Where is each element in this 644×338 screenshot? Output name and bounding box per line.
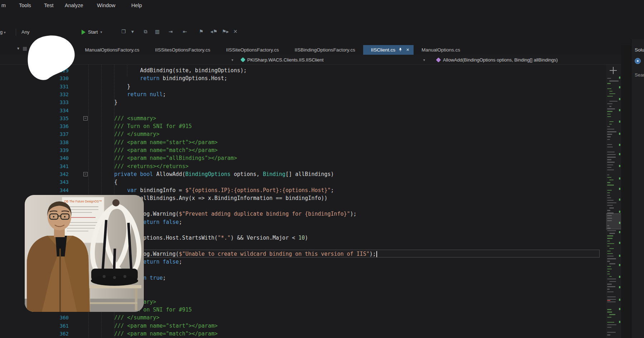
line-number[interactable]: 361 bbox=[47, 322, 69, 330]
start-debug-button[interactable]: Start ▾ bbox=[79, 28, 104, 36]
bookmark-icon[interactable]: ⚑ bbox=[199, 29, 204, 34]
line-number[interactable]: 333 bbox=[47, 98, 69, 106]
minimap-line bbox=[607, 241, 610, 241]
line-number[interactable]: 337 bbox=[47, 130, 69, 138]
minimap-line bbox=[609, 124, 612, 124]
line-number[interactable]: 335 bbox=[47, 114, 69, 122]
change-indicator bbox=[619, 242, 620, 244]
change-indicator bbox=[619, 264, 620, 266]
bookmark-next-icon[interactable]: ⚑▸ bbox=[222, 29, 229, 34]
type-name: PKISharp.WACS.Clients.IIS.IISClient bbox=[247, 57, 323, 63]
outdent-icon[interactable]: ⇤ bbox=[183, 29, 187, 34]
minimap-line bbox=[607, 289, 610, 289]
project-dropdown[interactable]: wacs ▾ bbox=[52, 56, 235, 64]
search-box-fragment[interactable]: Sear bbox=[635, 72, 644, 78]
code-line: /// <param name="match"></param> bbox=[88, 146, 218, 154]
minimap-line bbox=[607, 190, 612, 191]
class-icon bbox=[240, 57, 245, 62]
change-indicator bbox=[619, 276, 620, 278]
chevron-down-icon: ▾ bbox=[231, 58, 233, 62]
line-number[interactable]: 343 bbox=[47, 178, 69, 186]
panel-icon[interactable] bbox=[635, 58, 641, 64]
code-line: var bindingInfo = $"{options.IP}:{option… bbox=[88, 186, 334, 194]
tab-iisbindingoptionsfactory-cs[interactable]: IISBindingOptionsFactory.cs bbox=[287, 45, 363, 55]
blob-shape bbox=[27, 34, 76, 82]
close-icon[interactable]: ✕ bbox=[406, 48, 409, 52]
minimap-line bbox=[607, 312, 612, 312]
minimap-line bbox=[607, 334, 610, 335]
code-line: /// <summary> bbox=[88, 114, 156, 122]
minimap-line bbox=[609, 314, 615, 315]
solution-explorer-title: Solu bbox=[635, 47, 644, 53]
line-number[interactable]: 331 bbox=[47, 83, 69, 90]
minimap-line bbox=[607, 157, 616, 157]
tab-iisclient-cs[interactable]: IISClient.cs✕ bbox=[363, 45, 414, 55]
code-line: /// </summary> bbox=[88, 130, 160, 138]
menu-item-test[interactable]: Test bbox=[43, 1, 55, 9]
chevron-down-icon[interactable]: ▾ bbox=[131, 29, 134, 34]
minimap-line bbox=[609, 91, 613, 92]
type-dropdown[interactable]: PKISharp.WACS.Clients.IIS.IISClient ▾ bbox=[238, 56, 427, 64]
line-number[interactable]: 362 bbox=[47, 330, 69, 338]
minimap-line bbox=[609, 101, 618, 102]
minimap-line bbox=[607, 322, 614, 323]
line-number[interactable]: 334 bbox=[47, 107, 69, 114]
minimap-line bbox=[607, 139, 610, 140]
line-number[interactable]: 360 bbox=[47, 314, 69, 322]
tab-manualoptions-cs[interactable]: ManualOptions.cs bbox=[414, 45, 468, 55]
minimap-line bbox=[607, 116, 611, 117]
tab-iissitesoptionsfactory-cs[interactable]: IISSitesOptionsFactory.cs bbox=[147, 45, 218, 55]
tab-iissiteoptionsfactory-cs[interactable]: IISSiteOptionsFactory.cs bbox=[218, 45, 287, 55]
minimap-line bbox=[607, 111, 613, 112]
minimap-line bbox=[607, 210, 610, 211]
collapse-toggle[interactable]: − bbox=[83, 116, 88, 121]
minimap-line bbox=[607, 299, 616, 300]
member-dropdown[interactable]: AllowAdd(BindingOptions options, Binding… bbox=[434, 56, 627, 64]
line-number[interactable]: 341 bbox=[47, 162, 69, 170]
change-indicator bbox=[619, 98, 620, 100]
solution-config-dropdown[interactable]: g ▾ bbox=[0, 29, 6, 35]
code-line: /// <param name="match"></param> bbox=[88, 330, 218, 338]
line-number[interactable]: 338 bbox=[47, 138, 69, 146]
minimap-line bbox=[607, 96, 613, 97]
change-indicator bbox=[619, 188, 620, 190]
platform-dropdown[interactable]: Any bbox=[21, 29, 29, 35]
tab-label: ManualOptions.cs bbox=[421, 47, 460, 53]
tab-manualoptionsfactory-cs[interactable]: ManualOptionsFactory.cs bbox=[77, 45, 147, 55]
minimap-line bbox=[607, 136, 611, 137]
minimap-line bbox=[607, 185, 614, 185]
line-number[interactable]: 336 bbox=[47, 122, 69, 130]
collapse-toggle[interactable]: − bbox=[83, 172, 88, 176]
minimap-line bbox=[607, 200, 614, 201]
line-number[interactable]: 342 bbox=[47, 170, 69, 178]
line-number[interactable]: 339 bbox=[47, 146, 69, 154]
line-number[interactable]: 332 bbox=[47, 90, 69, 98]
minimap-line bbox=[607, 235, 613, 236]
menu-item-analyze[interactable]: Analyze bbox=[63, 1, 85, 9]
minimap-line bbox=[607, 327, 611, 328]
split-view-icon[interactable]: ▥ bbox=[155, 29, 160, 34]
minimap-viewport[interactable] bbox=[606, 214, 621, 229]
minimap-line bbox=[607, 165, 613, 165]
save-all-icon[interactable]: ⧉ bbox=[144, 29, 147, 35]
bookmark-clear-icon[interactable]: ✕ bbox=[233, 29, 238, 34]
pin-icon[interactable] bbox=[399, 47, 402, 53]
bookmark-prev-icon[interactable]: ◂⚑ bbox=[210, 29, 218, 34]
change-indicator bbox=[619, 231, 620, 233]
minimap-scrollbar[interactable] bbox=[606, 65, 621, 338]
menu-item-help[interactable]: Help bbox=[130, 1, 143, 9]
test-explorer-toolbar-fragment[interactable]: ▼ bbox=[16, 46, 27, 51]
window-icon[interactable]: ❐ bbox=[121, 29, 126, 34]
change-indicator bbox=[619, 321, 620, 323]
indent-icon[interactable]: ⇥ bbox=[169, 29, 173, 34]
menu-item-window[interactable]: Window bbox=[96, 1, 117, 9]
menu-item-m[interactable]: m bbox=[0, 1, 7, 9]
line-number[interactable]: 340 bbox=[47, 154, 69, 162]
minimap-line bbox=[609, 121, 614, 122]
menu-item-tools[interactable]: Tools bbox=[18, 1, 33, 9]
minimap-line bbox=[607, 286, 615, 287]
line-number[interactable]: 344 bbox=[47, 186, 69, 194]
minimap-line bbox=[607, 154, 616, 155]
tab-label: IISBindingOptionsFactory.cs bbox=[294, 47, 355, 53]
chevron-down-icon: ▾ bbox=[4, 30, 6, 34]
